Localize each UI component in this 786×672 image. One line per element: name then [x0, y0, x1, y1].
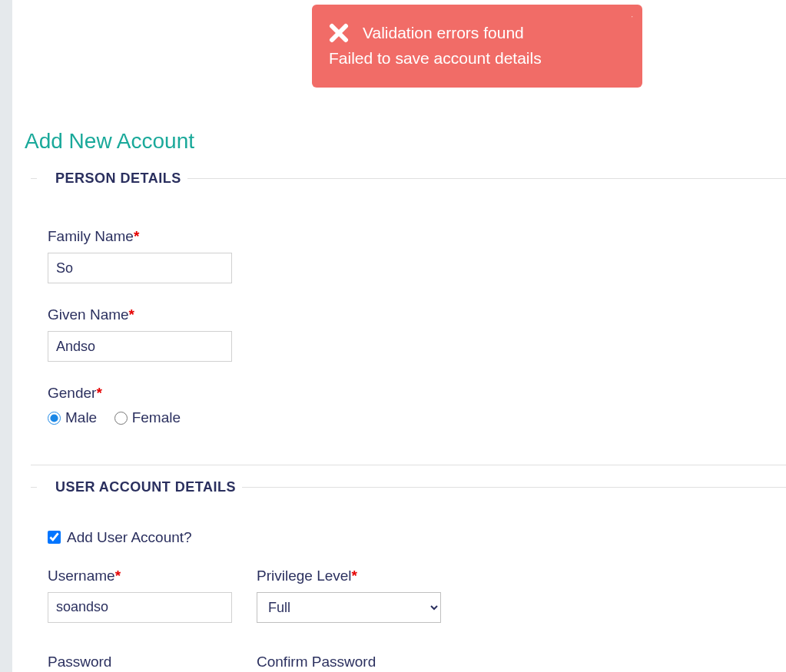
add-user-account-checkbox[interactable]: Add User Account? — [48, 529, 786, 546]
given-name-input[interactable] — [48, 331, 232, 362]
error-x-icon — [329, 23, 349, 43]
toast-body: Failed to save account details — [329, 49, 625, 68]
confirm-password-label: Confirm Password — [257, 654, 441, 670]
person-details-legend: PERSON DETAILS — [37, 170, 187, 187]
gender-female-radio[interactable]: Female — [114, 409, 181, 426]
toast-close-dot[interactable]: · — [631, 12, 633, 21]
page-title: Add New Account — [25, 129, 786, 154]
username-input[interactable] — [48, 592, 232, 623]
gender-male-radio[interactable]: Male — [48, 409, 97, 426]
family-name-input[interactable] — [48, 253, 232, 283]
left-gutter — [0, 0, 12, 672]
user-account-details-fieldset: USER ACCOUNT DETAILS Add User Account? U… — [31, 479, 786, 673]
user-account-details-legend: USER ACCOUNT DETAILS — [37, 479, 242, 495]
privilege-level-label: Privilege Level* — [257, 568, 441, 584]
username-label: Username* — [48, 568, 232, 584]
toast-title: Validation errors found — [363, 24, 524, 42]
given-name-label: Given Name* — [48, 306, 786, 323]
gender-label: Gender* — [48, 385, 786, 402]
privilege-level-select[interactable]: Full — [257, 592, 441, 623]
validation-error-toast: · Validation errors found Failed to save… — [312, 5, 642, 88]
family-name-label: Family Name* — [48, 228, 786, 245]
password-label: Password — [48, 654, 232, 670]
person-details-fieldset: PERSON DETAILS Family Name* Given Name* … — [31, 170, 786, 465]
